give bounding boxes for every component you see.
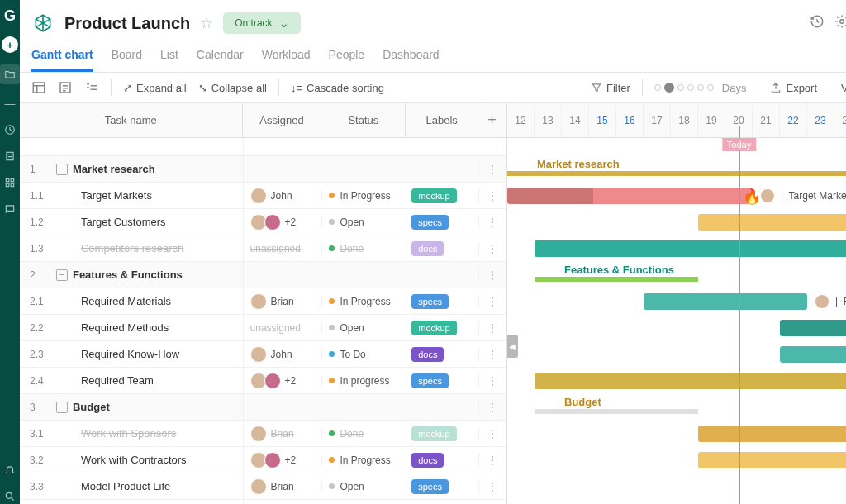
status-cell[interactable]: In Progress — [321, 454, 406, 466]
tab-dashboard[interactable]: Dashboard — [383, 41, 440, 72]
tab-gantt[interactable]: Gantt chart — [31, 41, 93, 72]
group-row[interactable]: 2 −Features & Functions ⋮ — [20, 262, 506, 288]
zoom-slider[interactable]: Days — [654, 82, 747, 94]
export-button[interactable]: Export — [770, 82, 817, 94]
collapse-panel-icon[interactable]: ◀ — [507, 335, 518, 358]
collapse-all-button[interactable]: ⤡ Collapse all — [198, 82, 267, 94]
bell-icon[interactable] — [2, 463, 17, 478]
status-cell[interactable]: Done — [321, 243, 406, 254]
label-cell[interactable]: specs — [406, 215, 478, 230]
task-row[interactable]: 3.3 Model Product Life Brian Open specs … — [20, 473, 506, 500]
project-status[interactable]: On track — [223, 12, 300, 34]
star-icon[interactable]: ☆ — [200, 14, 213, 32]
layout-icon[interactable] — [31, 80, 46, 95]
label-cell[interactable]: specs — [406, 294, 478, 309]
gantt-bar[interactable] — [535, 373, 846, 389]
row-menu-icon[interactable]: ⋮ — [478, 216, 506, 229]
grid-icon[interactable] — [2, 175, 17, 190]
task-row[interactable]: 1.1 Target Markets John In Progress mock… — [20, 183, 506, 209]
task-row[interactable]: 3.1 Work with Sponsors Brian Done mockup… — [20, 421, 506, 447]
status-cell[interactable]: In Progress — [321, 296, 406, 307]
gantt-bar[interactable]: 🔥 — [507, 188, 753, 204]
assignee-cell[interactable]: John — [243, 188, 322, 204]
history-icon[interactable] — [810, 14, 825, 32]
row-menu-icon[interactable]: ⋮ — [478, 480, 506, 493]
label-cell[interactable]: docs — [406, 241, 478, 256]
tab-calendar[interactable]: Calendar — [197, 41, 244, 72]
status-cell[interactable]: Open — [321, 216, 406, 228]
status-cell[interactable]: Done — [321, 428, 406, 440]
status-cell[interactable]: In Progress — [321, 190, 406, 202]
view-button[interactable]: View ⌄ — [841, 82, 846, 94]
label-cell[interactable]: mockup — [406, 321, 478, 335]
gantt-bar[interactable] — [644, 293, 807, 310]
collapse-icon[interactable]: − — [56, 164, 68, 175]
row-menu-icon[interactable]: ⋮ — [478, 269, 506, 282]
row-menu-icon[interactable]: ⋮ — [478, 454, 506, 467]
status-cell[interactable]: Open — [321, 481, 406, 492]
status-cell[interactable]: In progress — [321, 375, 406, 387]
row-menu-icon[interactable]: ⋮ — [478, 374, 506, 388]
row-menu-icon[interactable]: ⋮ — [478, 163, 506, 176]
gantt-group-bar[interactable] — [535, 409, 698, 414]
gantt-bar[interactable] — [698, 426, 846, 442]
assignee-cell[interactable]: +2 — [243, 452, 322, 468]
status-cell[interactable]: Open — [321, 322, 406, 334]
group-row[interactable]: 3 −Budget ⋮ — [20, 394, 506, 421]
gantt-group-bar[interactable] — [507, 171, 846, 176]
folder-icon[interactable] — [0, 64, 20, 84]
clock-icon[interactable] — [2, 122, 17, 137]
row-menu-icon[interactable]: ⋮ — [478, 348, 506, 361]
add-column-button[interactable]: + — [478, 103, 506, 137]
assignee-cell[interactable]: Brian — [243, 293, 322, 310]
tab-workload[interactable]: Workload — [262, 41, 311, 72]
row-menu-icon[interactable]: ⋮ — [478, 242, 506, 255]
assignee-cell[interactable]: Brian — [243, 478, 322, 495]
gantt-group-bar[interactable] — [535, 277, 698, 282]
chat-icon[interactable] — [2, 202, 17, 216]
status-cell[interactable]: To Do — [321, 349, 406, 360]
row-menu-icon[interactable]: ⋮ — [478, 295, 506, 308]
collapse-icon[interactable]: − — [56, 269, 68, 281]
expand-all-button[interactable]: ⤢ Expand all — [123, 82, 187, 94]
task-row[interactable]: 2.4 Required Team +2 In progress specs ⋮ — [20, 368, 506, 394]
gantt-bar[interactable] — [698, 214, 846, 231]
settings-icon[interactable] — [834, 14, 846, 32]
add-icon[interactable]: + — [2, 36, 18, 53]
assignee-cell[interactable]: unassigned — [243, 322, 322, 334]
task-row[interactable]: 1.3 Competitors research unassigned Done… — [20, 235, 506, 262]
label-cell[interactable]: specs — [406, 373, 478, 388]
label-cell[interactable]: mockup — [406, 426, 478, 441]
cascade-sort-button[interactable]: ↓≡ Cascade sorting — [291, 82, 384, 94]
tab-list[interactable]: List — [160, 41, 178, 72]
gantt-bar[interactable] — [780, 346, 846, 363]
tab-people[interactable]: People — [329, 41, 365, 72]
tab-board[interactable]: Board — [112, 41, 142, 72]
assignee-cell[interactable]: John — [243, 346, 322, 363]
task-row[interactable]: 2.3 Required Know-How John To Do docs ⋮ — [20, 341, 506, 368]
row-menu-icon[interactable]: ⋮ — [478, 401, 506, 414]
checklist-icon[interactable] — [58, 80, 73, 95]
indent-icon[interactable] — [84, 80, 99, 95]
gantt-bar[interactable] — [780, 320, 846, 336]
row-menu-icon[interactable]: ⋮ — [478, 189, 506, 202]
row-menu-icon[interactable]: ⋮ — [478, 321, 506, 335]
task-row[interactable]: 3.2 Work with Contractors +2 In Progress… — [20, 447, 506, 473]
collapse-icon[interactable]: − — [56, 402, 68, 413]
task-row[interactable]: 1.2 Target Customers +2 Open specs ⋮ — [20, 209, 506, 235]
gantt-bar[interactable] — [535, 240, 846, 257]
task-row[interactable]: 2.1 Required Materials Brian In Progress… — [20, 288, 506, 315]
assignee-cell[interactable]: Brian — [243, 426, 322, 442]
assignee-cell[interactable]: +2 — [243, 214, 322, 231]
label-cell[interactable]: docs — [406, 347, 478, 362]
task-row[interactable]: 2.2 Required Methods unassigned Open moc… — [20, 315, 506, 341]
label-cell[interactable]: docs — [406, 453, 478, 468]
doc-icon[interactable] — [2, 149, 17, 164]
group-row[interactable]: 1 −Market research ⋮ — [20, 156, 506, 183]
assignee-cell[interactable]: unassigned — [243, 243, 322, 254]
row-menu-icon[interactable]: ⋮ — [478, 427, 506, 440]
label-cell[interactable]: specs — [406, 479, 478, 494]
gantt-bar[interactable] — [698, 452, 846, 468]
filter-button[interactable]: Filter — [591, 82, 630, 94]
assignee-cell[interactable]: +2 — [243, 373, 322, 389]
